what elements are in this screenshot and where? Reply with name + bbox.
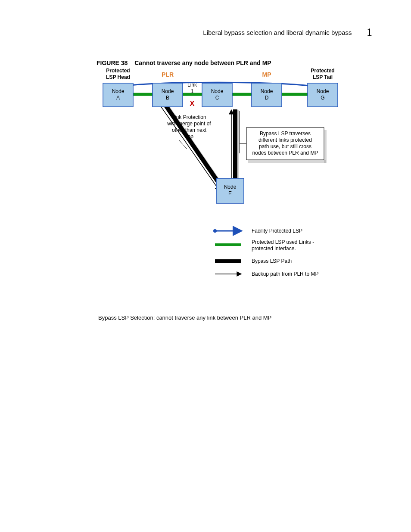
svg-text:1: 1 — [191, 88, 194, 94]
svg-rect-39 — [248, 160, 326, 163]
page-header: Liberal bypass selection and liberal dyn… — [0, 26, 372, 39]
svg-text:Node: Node — [211, 88, 224, 94]
svg-text:Node: Node — [261, 88, 273, 94]
svg-text:Backup path from PLR to MP: Backup path from PLR to MP — [252, 271, 318, 277]
svg-text:Link: Link — [187, 82, 197, 88]
svg-text:Protected: Protected — [106, 68, 130, 74]
figure-title: Cannot traverse any node between PLR and… — [134, 59, 271, 66]
svg-text:Node: Node — [112, 88, 125, 94]
svg-line-37 — [179, 140, 187, 149]
svg-text:LSP Head: LSP Head — [106, 74, 130, 80]
page: Liberal bypass selection and liberal dyn… — [0, 0, 411, 532]
svg-text:nodes between PLR and MP: nodes between PLR and MP — [252, 150, 318, 156]
diagram: Node A Node B Node C Node D Node G — [97, 67, 346, 291]
svg-text:with merge point of: with merge point of — [167, 121, 211, 127]
body-text: Bypass LSP Selection: cannot traverse an… — [98, 314, 271, 321]
svg-text:Protected LSP used Links -: Protected LSP used Links - — [252, 239, 314, 245]
svg-text:different links protected: different links protected — [258, 137, 312, 143]
svg-text:LSP Tail: LSP Tail — [313, 74, 333, 80]
svg-text:hop: hop — [185, 134, 193, 140]
svg-text:G: G — [321, 95, 324, 101]
svg-text:A: A — [116, 95, 120, 101]
figure-caption: FIGURE 38 Cannot traverse any node betwe… — [97, 59, 271, 66]
svg-text:C: C — [215, 95, 219, 101]
header-title: Liberal bypass selection and liberal dyn… — [203, 29, 352, 36]
svg-text:other than next: other than next — [172, 127, 207, 133]
svg-text:path use, but still cross: path use, but still cross — [259, 143, 311, 149]
svg-text:protected interface.: protected interface. — [252, 246, 296, 252]
figure-label: FIGURE 38 — [97, 59, 128, 66]
svg-text:PLR: PLR — [162, 71, 174, 78]
svg-text:Facility Protected LSP: Facility Protected LSP — [252, 228, 302, 234]
svg-text:Bypass LSP Path: Bypass LSP Path — [252, 258, 292, 264]
svg-text:Protected: Protected — [311, 68, 334, 74]
svg-text:Node: Node — [162, 88, 174, 94]
header-page-number: 1 — [367, 26, 372, 39]
svg-text:X: X — [190, 100, 195, 108]
svg-text:Node: Node — [224, 184, 237, 190]
svg-text:Node: Node — [317, 88, 329, 94]
svg-text:E: E — [228, 190, 232, 196]
svg-text:MP: MP — [262, 71, 271, 78]
svg-text:B: B — [166, 95, 169, 101]
svg-point-47 — [213, 229, 217, 233]
svg-text:Link Protection: Link Protection — [172, 114, 206, 120]
svg-rect-40 — [324, 130, 327, 163]
svg-text:D: D — [265, 95, 269, 101]
svg-text:Bypass LSP traverses: Bypass LSP traverses — [260, 131, 311, 137]
